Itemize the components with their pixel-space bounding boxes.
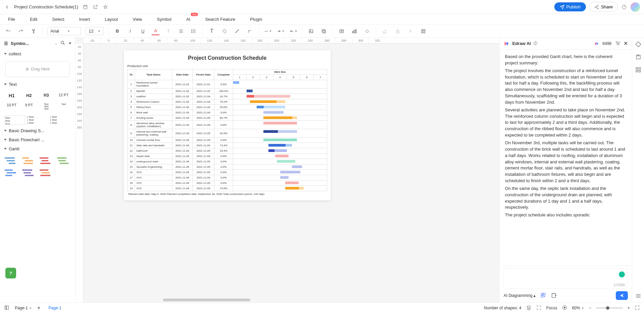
italic-icon[interactable]: I xyxy=(126,27,134,35)
size-select[interactable]: 12▼ xyxy=(86,27,103,35)
drag-zone[interactable]: ⊕Drag Here xyxy=(5,61,70,77)
arrow-start-icon[interactable]: ▼ xyxy=(276,27,285,35)
close-icon[interactable]: ✕ xyxy=(624,40,628,47)
document-page[interactable]: Project Construction Schedule Production… xyxy=(124,50,331,200)
menu-insert[interactable]: Insert xyxy=(78,14,92,24)
tools-icon[interactable] xyxy=(406,27,415,35)
star-icon[interactable] xyxy=(102,4,109,10)
connector-icon[interactable] xyxy=(246,27,254,35)
textbox-shape[interactable]: TextTextText xyxy=(4,115,25,125)
text-10pt[interactable]: 10 PT xyxy=(4,102,19,111)
bullet-list-shape-2[interactable]: • Text• Text• Text xyxy=(50,115,71,125)
ai-action-icon-2[interactable] xyxy=(551,292,557,299)
image-icon[interactable] xyxy=(307,27,315,35)
canvas[interactable]: Project Construction Schedule Production… xyxy=(84,44,499,303)
menu-select[interactable]: Select xyxy=(51,14,66,24)
help-icon[interactable] xyxy=(621,4,627,10)
page-select[interactable]: Page-1 ▼ xyxy=(15,306,32,310)
layers-icon[interactable] xyxy=(320,27,328,35)
menu-file[interactable]: File xyxy=(7,14,16,24)
format-painter-icon[interactable] xyxy=(30,27,38,35)
section-gantt[interactable]: Gantt xyxy=(0,144,75,153)
menu-search-feature[interactable]: Search Feature xyxy=(204,14,237,24)
gantt-thumb-5[interactable] xyxy=(4,168,18,177)
ai-action-icon-1[interactable] xyxy=(540,292,546,299)
focus-target-icon[interactable] xyxy=(536,305,542,311)
underline-icon[interactable]: U xyxy=(139,27,147,35)
search-icon[interactable] xyxy=(60,40,66,47)
share-button[interactable]: Share xyxy=(589,2,618,12)
send-button[interactable] xyxy=(616,291,628,300)
gantt-thumb-7[interactable] xyxy=(39,168,53,177)
chart-icon[interactable] xyxy=(350,27,358,35)
case-icon[interactable]: T xyxy=(164,27,172,35)
ai-input[interactable]: 1/1000 xyxy=(504,268,628,289)
library-icon[interactable]: ☰ xyxy=(4,41,8,46)
fill-icon[interactable] xyxy=(220,27,228,35)
undo-icon[interactable] xyxy=(4,27,12,35)
rail-apps-icon[interactable] xyxy=(635,66,642,73)
save-icon[interactable] xyxy=(82,4,88,10)
gantt-thumb-4[interactable] xyxy=(56,156,71,165)
zoom-out-icon[interactable]: − xyxy=(589,306,591,310)
menu-symbol[interactable]: Symbol xyxy=(156,14,173,24)
library-menu-icon[interactable]: ⌄ xyxy=(55,42,57,45)
open-external-icon[interactable] xyxy=(92,4,98,10)
zoom-value[interactable]: 60% ▼ xyxy=(572,306,584,310)
publish-button[interactable]: Publish xyxy=(554,2,586,11)
gantt-thumb-2[interactable] xyxy=(22,156,36,165)
grid-icon[interactable] xyxy=(419,27,427,35)
add-page-icon[interactable]: + xyxy=(37,305,40,311)
line-spacing-icon[interactable] xyxy=(190,27,198,35)
text-tool-icon[interactable]: T xyxy=(208,27,216,35)
sparkle-icon[interactable] xyxy=(363,27,371,35)
lock-icon[interactable] xyxy=(394,27,402,35)
gantt-thumb-1[interactable] xyxy=(4,156,18,165)
gantt-thumb-3[interactable] xyxy=(39,156,53,165)
cart-icon[interactable] xyxy=(615,40,620,47)
zoom-in-icon[interactable]: + xyxy=(628,306,630,310)
page-tab[interactable]: Page-1 xyxy=(46,304,64,312)
pages-icon[interactable] xyxy=(4,305,9,311)
line-color-icon[interactable] xyxy=(233,27,241,35)
table-icon[interactable] xyxy=(338,27,346,35)
section-basic-drawing[interactable]: Basic Drawing S... xyxy=(0,126,75,135)
play-icon[interactable] xyxy=(562,305,567,311)
gantt-thumb-6[interactable] xyxy=(22,168,36,177)
focus-label[interactable]: Focus xyxy=(546,306,557,310)
section-text[interactable]: Text xyxy=(0,80,75,89)
ai-diagramming-btn[interactable]: AI Diagramming ▴ xyxy=(504,293,535,298)
layers-status-icon[interactable] xyxy=(526,305,531,311)
font-select[interactable]: Arial▼ xyxy=(47,27,81,35)
redo-icon[interactable] xyxy=(17,27,25,35)
user-avatar[interactable] xyxy=(631,2,640,12)
section-basic-flowchart[interactable]: Basic Flowchart ... xyxy=(0,135,75,144)
arrow-end-icon[interactable]: ▼ xyxy=(289,27,297,35)
section-collect[interactable]: collect xyxy=(0,49,75,58)
rail-diamond-icon[interactable] xyxy=(635,41,642,48)
text-h3[interactable]: H3 xyxy=(39,92,54,100)
collapse-icon[interactable]: « xyxy=(69,40,71,47)
menu-edit[interactable]: Edit xyxy=(29,14,39,24)
edit-disabled-icon[interactable] xyxy=(381,27,389,35)
align-icon[interactable] xyxy=(177,27,185,35)
menu-view[interactable]: View xyxy=(131,14,143,24)
text-9pt[interactable]: 9 PT xyxy=(22,102,37,111)
bullet-list-shape[interactable]: • Text• Text• Text xyxy=(27,115,48,125)
menu-layout[interactable]: Layout xyxy=(103,14,119,24)
menu-plugin[interactable]: Plugin xyxy=(249,14,263,24)
rail-export-icon[interactable] xyxy=(635,54,642,60)
back-icon[interactable] xyxy=(4,4,10,10)
ai-info-icon[interactable]: ⓘ xyxy=(533,41,537,46)
font-color-icon[interactable]: A xyxy=(152,27,160,35)
menu-ai[interactable]: AIhot xyxy=(185,14,191,24)
text-block-2[interactable]: Text xyxy=(56,102,72,111)
text-h1[interactable]: H1 xyxy=(4,92,19,100)
text-block-1[interactable]: TextTextText xyxy=(39,102,54,111)
bold-icon[interactable]: B xyxy=(113,27,121,35)
zoom-slider[interactable] xyxy=(596,307,623,309)
rail-menu-icon[interactable] xyxy=(635,293,642,299)
horizontal-scrollbar[interactable] xyxy=(163,299,250,301)
text-12pt[interactable]: 12 PT xyxy=(56,92,72,100)
line-style-icon[interactable]: ▼ xyxy=(264,27,272,35)
